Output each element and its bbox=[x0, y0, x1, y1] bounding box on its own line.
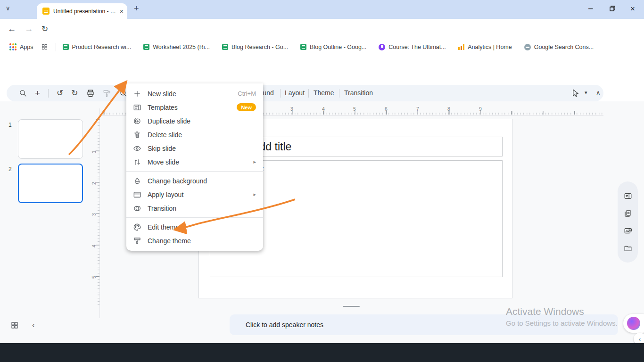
window-restore-icon[interactable] bbox=[609, 5, 616, 12]
notes-resize-handle[interactable] bbox=[343, 306, 360, 307]
new-badge: New bbox=[237, 103, 256, 111]
slides-header: Untitled presentation ☆ File Edit View I… bbox=[0, 54, 644, 84]
menu-item-change-theme[interactable]: Change theme bbox=[126, 234, 263, 247]
analytics-favicon bbox=[458, 44, 465, 50]
reading-list-grid-icon[interactable] bbox=[41, 43, 48, 50]
apps-grid-icon bbox=[9, 43, 17, 50]
paint-format-icon bbox=[103, 89, 111, 98]
bookmark-item[interactable]: Blog Research - Go... bbox=[222, 44, 288, 50]
menu-item-duplicate-slide[interactable]: Duplicate slide bbox=[126, 114, 263, 128]
grid-view-icon[interactable] bbox=[10, 321, 19, 329]
bookmarks-bar: Apps Product Research wi... Worksheet 20… bbox=[0, 40, 644, 54]
menu-item-apply-layout[interactable]: Apply layout ▸ bbox=[126, 188, 263, 201]
slide-dropdown-menu: New slide Ctrl+M Templates New Duplicate… bbox=[126, 83, 263, 251]
back-icon[interactable]: ← bbox=[8, 24, 16, 34]
browser-address-bar: ← → ↻ docs.google.com/presentation/d/1vL… bbox=[0, 19, 644, 40]
toolbar-separator bbox=[48, 89, 49, 98]
image-search-panel-icon[interactable] bbox=[624, 227, 632, 235]
menu-item-delete-slide[interactable]: Delete slide bbox=[126, 128, 263, 141]
bookmarks-separator bbox=[56, 43, 56, 51]
bookmark-item[interactable]: Worksheet 2025 (Ri... bbox=[143, 44, 210, 50]
bookmark-item[interactable]: Google Search Cons... bbox=[524, 44, 594, 50]
sheets-favicon bbox=[143, 44, 149, 50]
bookmark-item[interactable]: Course: The Ultimat... bbox=[379, 44, 446, 50]
apps-shortcut[interactable]: Apps bbox=[9, 43, 33, 50]
folder-panel-icon[interactable] bbox=[624, 244, 632, 253]
reload-icon[interactable]: ↻ bbox=[41, 24, 48, 34]
toolbar-separator bbox=[280, 89, 281, 98]
undo-icon[interactable]: ↺ bbox=[57, 88, 63, 98]
eye-icon bbox=[132, 144, 142, 153]
collapse-filmstrip-icon[interactable]: ‹ bbox=[32, 321, 35, 330]
extension-fab[interactable] bbox=[623, 314, 644, 333]
brain-extension-icon bbox=[627, 317, 640, 330]
menu-item-change-background[interactable]: Change background bbox=[126, 174, 263, 188]
watermark-line1: Activate Windows bbox=[506, 306, 618, 317]
vertical-ruler: 1 2 3 4 5 bbox=[93, 118, 100, 306]
ruler-number: 4 bbox=[91, 245, 97, 247]
submenu-arrow-icon: ▸ bbox=[253, 159, 256, 165]
ruler-number: 2 bbox=[91, 182, 97, 185]
window-minimize-icon[interactable]: – bbox=[588, 4, 593, 13]
new-slide-plus-icon[interactable]: + bbox=[35, 89, 40, 98]
watermark-line2: Go to Settings to activate Windows. bbox=[506, 319, 618, 327]
slide-1-thumbnail[interactable] bbox=[18, 119, 83, 159]
toolbar-search-icon[interactable] bbox=[19, 89, 27, 97]
menu-item-transition[interactable]: Transition bbox=[126, 201, 263, 215]
sheets-favicon bbox=[300, 44, 306, 50]
screen: ∨ Untitled presentation - Google × + – ×… bbox=[0, 0, 644, 362]
bookmark-item[interactable]: Blog Outline - Goog... bbox=[300, 44, 366, 50]
windows-taskbar: Type here to search ▶ R ≡ bbox=[0, 343, 644, 362]
collapse-toolbar-icon[interactable]: ∧ bbox=[596, 89, 601, 96]
ruler-number: 8 bbox=[447, 106, 450, 112]
window-close-icon[interactable]: × bbox=[630, 4, 635, 14]
ruler-number: 9 bbox=[479, 106, 482, 112]
templates-panel-icon[interactable] bbox=[624, 192, 632, 200]
pointer-caret-icon[interactable]: ▾ bbox=[585, 90, 587, 96]
tab-search-chevron-icon[interactable]: ∨ bbox=[6, 5, 10, 11]
menu-item-edit-theme[interactable]: Edit theme bbox=[126, 220, 263, 234]
layout-button[interactable]: Layout bbox=[285, 89, 305, 97]
ruler-number: 7 bbox=[416, 106, 419, 112]
bookmark-item[interactable]: Analytics | Home bbox=[458, 44, 512, 50]
new-tab-icon[interactable]: + bbox=[134, 4, 139, 13]
menu-item-move-slide[interactable]: Move slide ▸ bbox=[126, 155, 263, 169]
templates-icon bbox=[132, 103, 142, 112]
toolbar-separator bbox=[308, 89, 309, 98]
forward-icon: → bbox=[25, 24, 33, 34]
slides-favicon bbox=[42, 8, 50, 15]
transition-button[interactable]: Transition bbox=[344, 89, 373, 97]
ruler-number: 5 bbox=[353, 106, 356, 112]
tab-title: Untitled presentation - Google bbox=[53, 8, 120, 15]
browser-tab-strip: ∨ Untitled presentation - Google × + – × bbox=[0, 0, 644, 19]
shield-favicon bbox=[379, 44, 385, 50]
filmstrip: 1 2 bbox=[0, 108, 100, 318]
droplet-icon bbox=[132, 176, 142, 186]
sheets-favicon bbox=[63, 44, 69, 50]
sheets-favicon bbox=[222, 44, 228, 50]
menu-item-new-slide[interactable]: New slide Ctrl+M bbox=[126, 87, 263, 100]
photos-panel-icon[interactable] bbox=[624, 209, 632, 218]
paint-theme-icon bbox=[132, 236, 142, 246]
apps-label: Apps bbox=[20, 44, 33, 50]
theme-button[interactable]: Theme bbox=[314, 89, 334, 97]
slides-toolbar: + ↺ ↻ Fit Background Layout Theme Transi… bbox=[7, 85, 603, 101]
bookmark-item[interactable]: Product Research wi... bbox=[63, 44, 132, 50]
palette-icon bbox=[132, 222, 142, 232]
tab-close-icon[interactable]: × bbox=[120, 8, 124, 15]
move-arrows-icon bbox=[132, 157, 142, 167]
slide-1-number: 1 bbox=[8, 122, 12, 128]
menu-item-skip-slide[interactable]: Skip slide bbox=[126, 141, 263, 155]
menu-item-templates[interactable]: Templates New bbox=[126, 100, 263, 114]
redo-icon[interactable]: ↻ bbox=[71, 88, 78, 98]
duplicate-icon bbox=[132, 116, 142, 126]
speaker-notes-placeholder: Click to add speaker notes bbox=[246, 321, 323, 329]
ruler-number: 4 bbox=[322, 106, 325, 112]
transition-icon bbox=[132, 204, 142, 213]
slide-2-thumbnail-selected[interactable] bbox=[18, 164, 83, 203]
trash-icon bbox=[132, 130, 142, 140]
search-console-favicon bbox=[524, 44, 531, 50]
laser-pointer-icon[interactable] bbox=[571, 89, 580, 97]
browser-tab[interactable]: Untitled presentation - Google × bbox=[37, 3, 127, 19]
print-icon[interactable] bbox=[86, 89, 95, 98]
